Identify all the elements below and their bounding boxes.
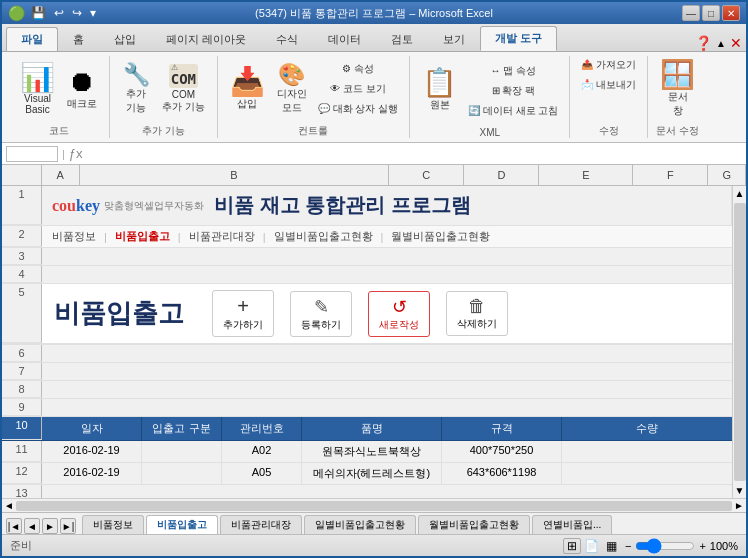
minimize-button[interactable]: — [682,5,700,21]
page-break-btn[interactable]: ▦ [603,538,621,554]
formula-input[interactable] [91,146,742,162]
row-num-13: 13 [2,485,42,498]
tab-개발도구[interactable]: 개발 도구 [480,26,557,51]
scroll-thumb[interactable] [734,203,746,481]
ribbon-group-addins: 🔧 추가기능 ⚠ COM COM추가 기능 추가 기능 [110,56,218,138]
tab-파일[interactable]: 파일 [6,27,58,51]
expand-button[interactable]: ⊞ 확장 팩 [465,82,561,100]
col-header-f[interactable]: F [633,165,708,185]
sheet-nav-next[interactable]: ► [42,518,58,534]
v-scrollbar[interactable]: ▲ ▼ [732,186,746,498]
refresh-button[interactable]: 🔄 데이터 새로 고침 [465,102,561,120]
col-header-d[interactable]: D [464,165,539,185]
col-header-c[interactable]: C [389,165,464,185]
doc-icon: 🪟 [660,61,695,89]
zoom-out-btn[interactable]: − [625,540,631,552]
sheet-tab-비품정보[interactable]: 비품정보 [82,515,144,534]
addins-group-label: 추가 기능 [142,124,185,138]
h-scroll-thumb[interactable] [16,501,732,511]
row-3: 3 [2,248,732,266]
tab-보기[interactable]: 보기 [428,27,480,51]
new-button[interactable]: ↺ 새로작성 [368,291,430,337]
dialog-run-button[interactable]: 💬 대화 상자 실행 [315,100,401,118]
properties-button[interactable]: ⚙ 속성 [315,60,401,78]
add-label: 추가하기 [223,318,263,332]
scroll-up[interactable]: ▲ [733,186,746,201]
row-num-6: 6 [2,345,42,362]
corner-cell [2,165,42,185]
tab-삽입[interactable]: 삽입 [99,27,151,51]
nav-비품정보[interactable]: 비품정보 [52,229,96,244]
sheet-nav-last[interactable]: ►| [60,518,76,534]
insert-control-button[interactable]: 📥 삽입 [226,65,269,114]
scroll-left[interactable]: ◄ [4,500,14,511]
tab-홈[interactable]: 홈 [58,27,99,51]
sheet-tab-비품입출고[interactable]: 비품입출고 [146,515,218,534]
add-button[interactable]: + 추가하기 [212,290,274,337]
source-button[interactable]: 📋 원본 [418,66,461,115]
th-date: 일자 [42,417,142,440]
zoom-in-btn[interactable]: + [699,540,705,552]
col-header-a[interactable]: A [42,165,80,185]
nav-비품입출고[interactable]: 비품입출고 [115,229,170,244]
sheet-nav-first[interactable]: |◄ [6,518,22,534]
row-7: 7 [2,363,732,381]
minimize-ribbon[interactable]: ▲ [716,38,726,49]
ribbon-group-doc: 🪟 문서창 문서 수정 [648,56,707,138]
addins-button[interactable]: 🔧 추가기능 [118,61,154,118]
col-header-row: A B C D E F G [2,165,746,186]
col-header-g[interactable]: G [708,165,746,185]
quick-save[interactable]: 💾 [29,5,48,21]
zoom-slider[interactable] [635,538,695,554]
col-header-b[interactable]: B [80,165,390,185]
h-scrollbar[interactable]: ◄ ► [2,498,746,512]
com-addins-button[interactable]: ⚠ COM COM추가 기능 [158,61,209,117]
visual-basic-button[interactable]: 📊 VisualBasic [16,61,59,118]
tab-수식[interactable]: 수식 [261,27,313,51]
page-layout-btn[interactable]: 📄 [583,538,601,554]
quick-more[interactable]: ▾ [88,5,98,21]
quick-redo[interactable]: ↪ [70,5,84,21]
view-code-button[interactable]: 👁 코드 보기 [315,80,401,98]
quick-undo[interactable]: ↩ [52,5,66,21]
delete-label: 삭제하기 [457,317,497,331]
tab-검토[interactable]: 검토 [376,27,428,51]
nav-비품관리대장[interactable]: 비품관리대장 [189,229,255,244]
name-box[interactable] [6,146,58,162]
table-header-row: 일자 입출고 구분 관리번호 품명 규격 수량 [42,417,732,440]
nav-일별비품[interactable]: 일별비품입출고현황 [274,229,373,244]
control-sub-btns: ⚙ 속성 👁 코드 보기 💬 대화 상자 실행 [315,60,401,118]
sheet-nav-prev[interactable]: ◄ [24,518,40,534]
delete-button[interactable]: 🗑 삭제하기 [446,291,508,336]
macro-button[interactable]: ⏺ 매크로 [63,65,101,114]
col-header-e[interactable]: E [539,165,633,185]
import-button[interactable]: 📤 가져오기 [578,56,639,74]
sheet-tab-비품관리대장[interactable]: 비품관리대장 [220,515,302,534]
register-button[interactable]: ✎ 등록하기 [290,291,352,337]
tab-페이지레이아웃[interactable]: 페이지 레이아웃 [151,27,261,51]
tab-데이터[interactable]: 데이터 [313,27,376,51]
section-header-area: 비품입출고 + 추가하기 ✎ 등록하기 [42,284,732,343]
export-button[interactable]: 📩 내보내기 [578,76,639,94]
close-ribbon[interactable]: ✕ [730,35,742,51]
scroll-down[interactable]: ▼ [733,483,746,498]
scroll-right[interactable]: ► [734,500,744,511]
doc-window-button[interactable]: 🪟 문서창 [656,58,699,121]
com-label: COM추가 기능 [162,89,205,114]
close-button[interactable]: ✕ [722,5,740,21]
help-icon[interactable]: ❓ [695,35,712,51]
register-icon: ✎ [314,296,329,318]
map-props-button[interactable]: ↔ 맵 속성 [465,62,561,80]
sheet-tab-월별비품[interactable]: 월별비품입출고현황 [418,515,530,534]
sheet-tab-일별비품[interactable]: 일별비품입출고현황 [304,515,416,534]
data-row-1[interactable]: 2016-02-19 A02 원목좌식노트북책상 400*750*250 [42,441,732,462]
cell-qty-1 [562,441,732,462]
design-mode-button[interactable]: 🎨 디자인모드 [273,61,311,118]
normal-view-btn[interactable]: ⊞ [563,538,581,554]
maximize-button[interactable]: □ [702,5,720,21]
sheet-tab-연별비품[interactable]: 연별비품입... [532,515,612,534]
cell-qty-2 [562,463,732,484]
cell-date-2: 2016-02-19 [42,463,142,484]
nav-월별비품[interactable]: 월별비품입출고현황 [391,229,490,244]
data-row-2[interactable]: 2016-02-19 A05 메쉬의자(헤드레스트형) 643*606*1198 [42,463,732,484]
